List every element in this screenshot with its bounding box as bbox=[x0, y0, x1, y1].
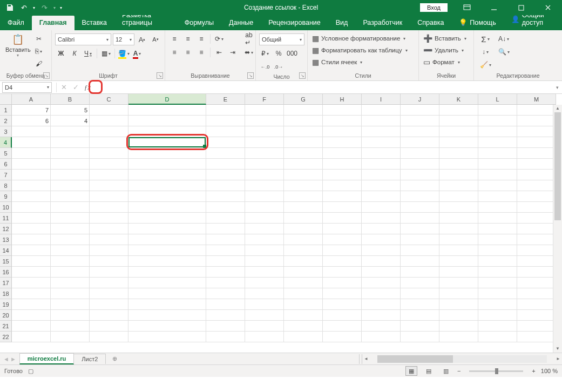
cell-I5[interactable] bbox=[362, 148, 401, 159]
cell-M15[interactable] bbox=[517, 256, 556, 267]
tab-home[interactable]: Главная bbox=[32, 16, 75, 30]
cell-A12[interactable] bbox=[12, 224, 51, 234]
align-center-icon[interactable]: ≡ bbox=[182, 47, 194, 58]
cell-M4[interactable] bbox=[517, 137, 556, 148]
cell-C11[interactable] bbox=[90, 213, 128, 224]
enter-icon[interactable]: ✓ bbox=[70, 82, 82, 93]
cell-J3[interactable] bbox=[401, 126, 439, 137]
cell-E14[interactable] bbox=[206, 245, 245, 256]
cell-K18[interactable] bbox=[439, 288, 478, 299]
col-header-M[interactable]: M bbox=[517, 94, 556, 105]
cell-J10[interactable] bbox=[401, 202, 439, 213]
cell-F14[interactable] bbox=[245, 245, 284, 256]
cell-D17[interactable] bbox=[128, 278, 206, 288]
row-header-21[interactable]: 21 bbox=[0, 321, 12, 332]
cell-D20[interactable] bbox=[128, 310, 206, 321]
cell-L17[interactable] bbox=[478, 278, 517, 288]
zoom-slider[interactable] bbox=[469, 370, 523, 372]
login-button[interactable]: Вход bbox=[420, 3, 448, 12]
cell-D10[interactable] bbox=[128, 202, 206, 213]
cell-B6[interactable] bbox=[51, 159, 90, 170]
cell-A10[interactable] bbox=[12, 202, 51, 213]
cell-I2[interactable] bbox=[362, 116, 401, 126]
orientation-icon[interactable]: ⟳▾ bbox=[213, 33, 225, 44]
copy-icon[interactable]: ⎘▾ bbox=[33, 46, 45, 57]
cell-G4[interactable] bbox=[284, 137, 323, 148]
cell-B2[interactable]: 4 bbox=[51, 116, 90, 126]
cell-C1[interactable] bbox=[90, 105, 128, 116]
fx-icon[interactable]: ƒx bbox=[82, 82, 93, 93]
cell-A16[interactable] bbox=[12, 267, 51, 278]
cell-H22[interactable] bbox=[323, 332, 362, 342]
increase-font-icon[interactable]: A▴ bbox=[136, 34, 148, 45]
cell-G13[interactable] bbox=[284, 234, 323, 245]
paste-button[interactable]: 📋 Вставить ▾ bbox=[3, 32, 33, 59]
cell-J12[interactable] bbox=[401, 224, 439, 234]
cell-C5[interactable] bbox=[90, 148, 128, 159]
cell-I9[interactable] bbox=[362, 191, 401, 202]
cell-F19[interactable] bbox=[245, 299, 284, 310]
cell-I7[interactable] bbox=[362, 170, 401, 180]
cell-I11[interactable] bbox=[362, 213, 401, 224]
cell-K3[interactable] bbox=[439, 126, 478, 137]
row-header-1[interactable]: 1 bbox=[0, 105, 12, 116]
cell-I10[interactable] bbox=[362, 202, 401, 213]
cell-K11[interactable] bbox=[439, 213, 478, 224]
cell-G7[interactable] bbox=[284, 170, 323, 180]
cell-H20[interactable] bbox=[323, 310, 362, 321]
cell-G9[interactable] bbox=[284, 191, 323, 202]
cell-E22[interactable] bbox=[206, 332, 245, 342]
cell-H2[interactable] bbox=[323, 116, 362, 126]
tab-developer[interactable]: Разработчик bbox=[355, 16, 410, 30]
cell-D15[interactable] bbox=[128, 256, 206, 267]
close-icon[interactable] bbox=[536, 0, 560, 15]
underline-button[interactable]: Ч▾ bbox=[82, 48, 94, 59]
cell-H18[interactable] bbox=[323, 288, 362, 299]
cell-G21[interactable] bbox=[284, 321, 323, 332]
cell-G2[interactable] bbox=[284, 116, 323, 126]
row-header-16[interactable]: 16 bbox=[0, 267, 12, 278]
cell-H14[interactable] bbox=[323, 245, 362, 256]
cell-H1[interactable] bbox=[323, 105, 362, 116]
undo-dropdown-icon[interactable]: ▾ bbox=[31, 1, 37, 14]
cell-H10[interactable] bbox=[323, 202, 362, 213]
cell-H19[interactable] bbox=[323, 299, 362, 310]
sheet-nav[interactable]: ◄► bbox=[0, 356, 19, 362]
decrease-font-icon[interactable]: A▾ bbox=[150, 34, 161, 45]
row-header-4[interactable]: 4 bbox=[0, 137, 12, 148]
cell-E7[interactable] bbox=[206, 170, 245, 180]
fill-color-icon[interactable]: 🪣▾ bbox=[118, 48, 130, 59]
cell-K13[interactable] bbox=[439, 234, 478, 245]
cell-M20[interactable] bbox=[517, 310, 556, 321]
cell-L16[interactable] bbox=[478, 267, 517, 278]
cell-L13[interactable] bbox=[478, 234, 517, 245]
cell-M9[interactable] bbox=[517, 191, 556, 202]
cell-B3[interactable] bbox=[51, 126, 90, 137]
cell-A1[interactable]: 7 bbox=[12, 105, 51, 116]
find-select-icon[interactable]: 🔍▾ bbox=[496, 46, 512, 57]
cell-L2[interactable] bbox=[478, 116, 517, 126]
cell-A9[interactable] bbox=[12, 191, 51, 202]
cell-H15[interactable] bbox=[323, 256, 362, 267]
horizontal-scrollbar[interactable]: ◄ ► bbox=[362, 355, 562, 363]
cell-G18[interactable] bbox=[284, 288, 323, 299]
cell-C10[interactable] bbox=[90, 202, 128, 213]
cell-M7[interactable] bbox=[517, 170, 556, 180]
cell-A19[interactable] bbox=[12, 299, 51, 310]
cell-D11[interactable] bbox=[128, 213, 206, 224]
cell-A22[interactable] bbox=[12, 332, 51, 342]
cell-K1[interactable] bbox=[439, 105, 478, 116]
row-header-3[interactable]: 3 bbox=[0, 126, 12, 137]
cell-M17[interactable] bbox=[517, 278, 556, 288]
minimize-icon[interactable] bbox=[482, 0, 506, 15]
cell-B15[interactable] bbox=[51, 256, 90, 267]
cell-C14[interactable] bbox=[90, 245, 128, 256]
maximize-icon[interactable] bbox=[509, 0, 533, 15]
cell-E12[interactable] bbox=[206, 224, 245, 234]
format-table-button[interactable]: ▦Форматировать как таблицу▾ bbox=[311, 45, 409, 55]
cell-L14[interactable] bbox=[478, 245, 517, 256]
cell-J19[interactable] bbox=[401, 299, 439, 310]
align-bottom-icon[interactable]: ≡ bbox=[195, 33, 207, 44]
cell-F15[interactable] bbox=[245, 256, 284, 267]
indent-decrease-icon[interactable]: ⇤ bbox=[213, 47, 225, 58]
